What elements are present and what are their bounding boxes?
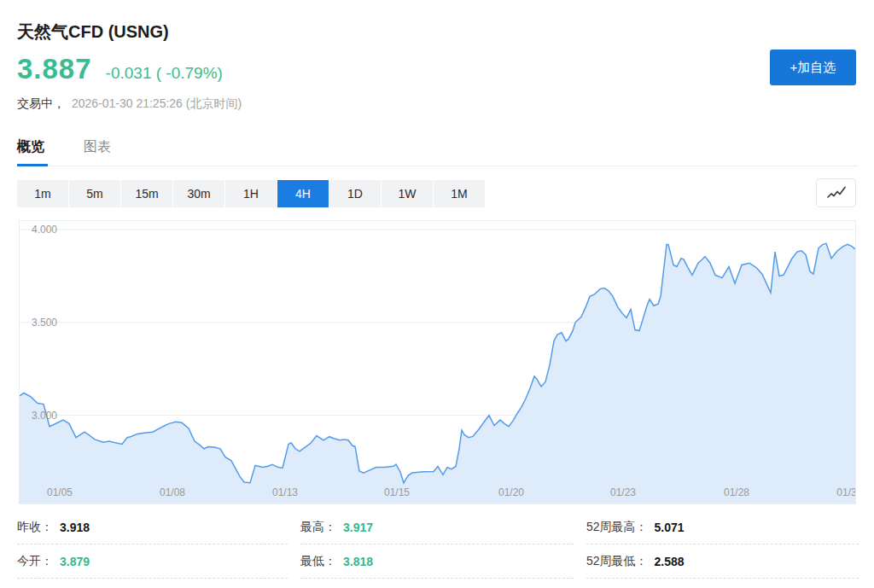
y-axis-tick: 3.500 (32, 317, 57, 329)
add-watchlist-button[interactable]: +加自选 (770, 49, 856, 85)
stat-value: 5.071 (655, 521, 685, 534)
trading-status: 交易中， (17, 96, 65, 110)
timeframe-30m[interactable]: 30m (173, 180, 224, 207)
stat-value: 3.818 (343, 555, 373, 568)
stat-item: 今开：3.879 (17, 544, 288, 579)
y-axis-tick: 4.000 (32, 224, 57, 236)
timeframe-1h[interactable]: 1H (225, 180, 277, 207)
timeframe-bar: 1m5m15m30m1H4H1D1W1M (17, 180, 485, 207)
stats-grid: 昨收：3.918最高：3.91752周最高：5.071今开：3.879最低：3.… (17, 510, 859, 579)
active-tab-underline (17, 164, 48, 166)
tab-overview[interactable]: 概览 (17, 138, 44, 156)
timeframe-1m[interactable]: 1m (17, 180, 68, 207)
stat-value: 3.917 (343, 521, 373, 534)
area-chart-svg (20, 221, 855, 504)
stat-label: 今开： (17, 554, 53, 569)
status-row: 交易中， 2026-01-30 21:25:26 (北京时间) (17, 96, 242, 112)
stat-label: 最低： (300, 554, 336, 569)
x-axis-tick: 01/08 (160, 486, 185, 498)
quote-timestamp: 2026-01-30 21:25:26 (北京时间) (72, 96, 242, 110)
stat-label: 最高： (300, 520, 336, 535)
tab-chart[interactable]: 图表 (84, 138, 111, 156)
tab-divider (17, 166, 858, 166)
chart-style-button[interactable] (816, 178, 856, 207)
timeframe-1d[interactable]: 1D (329, 180, 381, 207)
timeframe-1m[interactable]: 1M (434, 180, 485, 207)
page-title: 天然气CFD (USNG) (17, 20, 169, 44)
line-chart-icon (825, 186, 848, 200)
timeframe-5m[interactable]: 5m (69, 180, 120, 207)
stat-value: 3.879 (60, 555, 90, 568)
current-price: 3.887 (17, 53, 92, 85)
stat-item: 最高：3.917 (300, 510, 574, 544)
x-axis-tick: 01/3 (836, 486, 856, 498)
stat-label: 昨收： (17, 520, 53, 535)
area-fill (20, 243, 855, 504)
timeframe-15m[interactable]: 15m (121, 180, 172, 207)
stat-item: 最低：3.818 (300, 544, 574, 579)
stat-value: 2.588 (655, 555, 685, 568)
stat-item: 52周最高：5.071 (586, 510, 859, 544)
stat-item: 52周最低：2.588 (586, 544, 859, 579)
tab-bar: 概览图表 (17, 138, 111, 156)
timeframe-4h[interactable]: 4H (277, 180, 329, 207)
stock-detail-page: 天然气CFD (USNG) 3.887 -0.031 ( -0.79%) 交易中… (0, 0, 874, 588)
stat-label: 52周最高： (586, 520, 648, 535)
x-axis-tick: 01/15 (384, 486, 410, 498)
price-change: -0.031 ( -0.79%) (106, 64, 223, 83)
stat-item: 昨收：3.918 (17, 510, 288, 544)
stat-label: 52周最低： (586, 554, 648, 569)
x-axis-tick: 01/23 (610, 486, 636, 498)
price-row: 3.887 -0.031 ( -0.79%) (17, 53, 223, 85)
x-axis-tick: 01/05 (47, 486, 73, 498)
x-axis-tick: 01/13 (272, 486, 298, 498)
x-axis-tick: 01/20 (498, 486, 524, 498)
x-axis-tick: 01/28 (724, 486, 749, 498)
timeframe-1w[interactable]: 1W (382, 180, 433, 207)
price-chart[interactable]: 4.0003.5003.00001/0501/0801/1301/1501/20… (19, 220, 856, 504)
y-axis-tick: 3.000 (32, 410, 57, 422)
stat-value: 3.918 (60, 521, 90, 534)
